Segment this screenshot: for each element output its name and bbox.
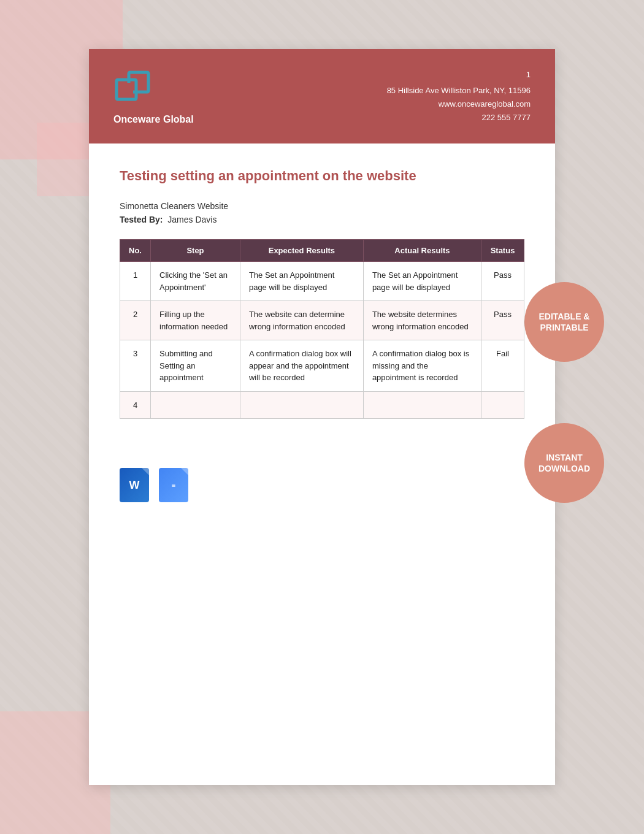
cell-actual (363, 391, 481, 419)
tested-by-name: James Davis (167, 215, 217, 224)
docs-icon-corner (181, 468, 188, 475)
table-row: 3Submitting and Setting an appointmentA … (120, 340, 524, 392)
cell-step: Filling up the information needed (151, 301, 240, 340)
word-label: W (129, 479, 140, 492)
document-body: Testing setting an appointment on the we… (89, 143, 555, 450)
company-name: Onceware Global (113, 114, 194, 125)
col-header-expected: Expected Results (240, 240, 363, 262)
table-row: 1Clicking the 'Set an Appointment'The Se… (120, 262, 524, 301)
cell-no: 1 (120, 262, 151, 301)
cell-status: Fail (481, 340, 524, 392)
download-badge-text: INSTANTDOWNLOAD (539, 452, 590, 474)
test-table: No. Step Expected Results Actual Results… (120, 239, 524, 419)
document-title: Testing setting an appointment on the we… (120, 168, 524, 184)
col-header-step: Step (151, 240, 240, 262)
cell-status: Pass (481, 301, 524, 340)
header-phone: 222 555 7777 (387, 111, 531, 124)
cell-step: Submitting and Setting an appointment (151, 340, 240, 392)
docs-label: ≡ (172, 481, 175, 489)
document-footer: W ≡ (89, 450, 555, 521)
col-header-actual: Actual Results (363, 240, 481, 262)
editable-badge-text: EDITABLE &PRINTABLE (539, 311, 590, 333)
cell-expected: A confirmation dialog box will appear an… (240, 340, 363, 392)
header-contact: 1 85 Hillside Ave Williston Park, NY, 11… (387, 68, 531, 124)
cell-expected: The Set an Appointment page will be disp… (240, 262, 363, 301)
cell-no: 4 (120, 391, 151, 419)
word-icon-corner (142, 468, 149, 475)
document-container: Onceware Global 1 85 Hillside Ave Willis… (89, 49, 555, 785)
header-address: 85 Hillside Ave Williston Park, NY, 1159… (387, 84, 531, 98)
table-row: 4 (120, 391, 524, 419)
document-tested-by: Tested By: James Davis (120, 215, 524, 224)
document-header: Onceware Global 1 85 Hillside Ave Willis… (89, 49, 555, 143)
cell-actual: A confirmation dialog box is missing and… (363, 340, 481, 392)
tested-by-label: Tested By: (120, 215, 163, 224)
cell-actual: The website determines wrong information… (363, 301, 481, 340)
cell-expected (240, 391, 363, 419)
document-subtitle: Simonetta Cleaners Website (120, 201, 524, 211)
col-header-status: Status (481, 240, 524, 262)
download-badge: INSTANTDOWNLOAD (524, 423, 604, 503)
svg-rect-2 (120, 83, 133, 96)
cell-actual: The Set an Appointment page will be disp… (363, 262, 481, 301)
cell-no: 3 (120, 340, 151, 392)
cell-status: Pass (481, 262, 524, 301)
cell-step (151, 391, 240, 419)
table-header-row: No. Step Expected Results Actual Results… (120, 240, 524, 262)
header-website: www.oncewareglobal.com (387, 98, 531, 111)
cell-status (481, 391, 524, 419)
docs-icon: ≡ (159, 468, 188, 502)
cell-no: 2 (120, 301, 151, 340)
header-page-number: 1 (387, 68, 531, 82)
company-logo-icon (113, 67, 156, 110)
word-icon: W (120, 468, 149, 502)
table-row: 2Filling up the information neededThe we… (120, 301, 524, 340)
cell-step: Clicking the 'Set an Appointment' (151, 262, 240, 301)
logo-area: Onceware Global (113, 67, 194, 125)
col-header-no: No. (120, 240, 151, 262)
cell-expected: The website can determine wrong informat… (240, 301, 363, 340)
editable-badge: EDITABLE &PRINTABLE (524, 282, 604, 362)
